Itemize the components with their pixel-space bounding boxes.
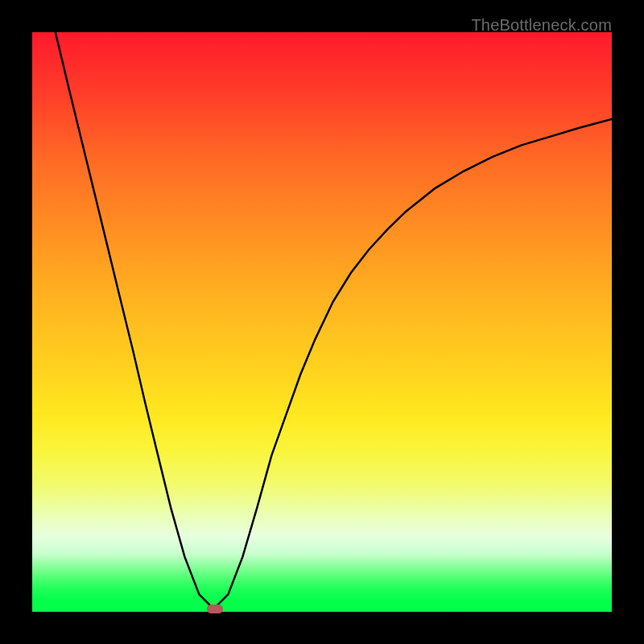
bottleneck-curve: [56, 32, 612, 609]
optimal-marker: [207, 605, 223, 613]
chart-frame: TheBottleneck.com: [0, 0, 644, 644]
curve-svg: [32, 32, 612, 612]
plot-area: [32, 32, 612, 612]
